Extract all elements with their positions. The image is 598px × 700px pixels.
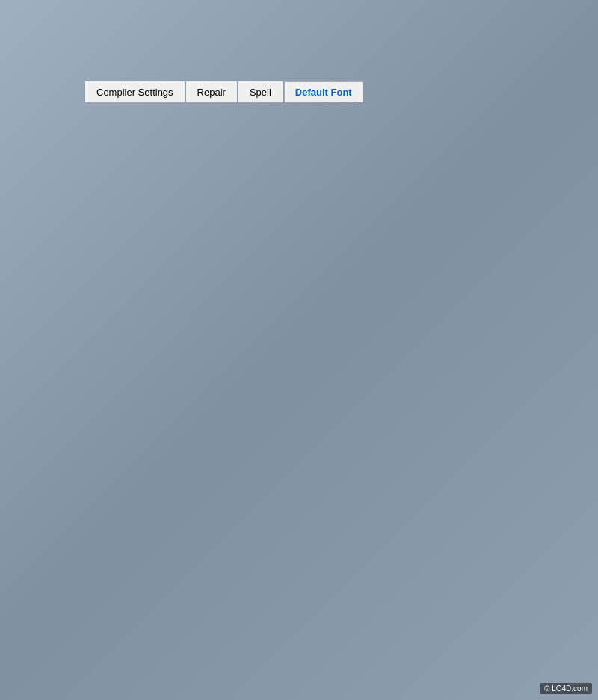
watermark-badge: © LO4D.com [540,683,592,694]
tab-repair[interactable]: Repair [186,81,237,102]
tab-default-font[interactable]: Default Font [284,81,363,102]
background [0,0,598,700]
page-wrapper: Tools | Options ✕ Compiler Settings Repa… [0,0,598,700]
tab-compiler-settings[interactable]: Compiler Settings [85,81,185,102]
watermark-text: © LO4D.com [544,684,588,693]
tab-spell[interactable]: Spell [238,81,283,102]
